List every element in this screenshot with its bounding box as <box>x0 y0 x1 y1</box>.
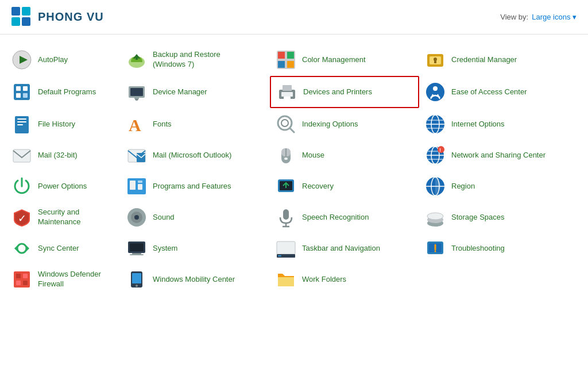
svg-rect-84 <box>130 254 144 255</box>
control-panel-grid: AutoPlayBackup and Restore (Windows 7)Co… <box>6 45 577 294</box>
cp-item-label: Credential Manager <box>451 55 517 65</box>
control-panel-item-sync-center[interactable]: Sync Center <box>6 233 121 263</box>
control-panel-item-storage-spaces[interactable]: Storage Spaces <box>419 202 580 232</box>
sync-icon <box>11 238 32 259</box>
control-panel-item-windows-mobility-center[interactable]: Windows Mobility Center <box>121 264 270 294</box>
svg-rect-3 <box>22 17 30 26</box>
control-panel-item-windows-defender-firewall[interactable]: Windows Defender Firewall <box>6 264 121 294</box>
control-panel-item-power-options[interactable]: Power Options <box>6 171 121 201</box>
devicesprinters-icon <box>277 82 297 102</box>
color-icon <box>276 49 296 70</box>
cp-item-label: Mail (32-bit) <box>38 151 78 160</box>
control-panel-item-backup-and-restore-windows-7[interactable]: Backup and Restore (Windows 7) <box>121 45 270 75</box>
control-panel-item-region[interactable]: Region <box>419 171 580 201</box>
cp-item-label: Recovery <box>302 182 334 191</box>
control-panel-item-devices-and-printers[interactable]: Devices and Printers <box>270 76 419 108</box>
firewall-icon <box>11 269 32 290</box>
easeofaccess-icon <box>425 82 446 102</box>
sound-icon <box>126 207 147 228</box>
control-panel-item-default-programs[interactable]: Default Programs <box>6 76 121 108</box>
svg-rect-82 <box>130 243 144 251</box>
control-panel-item-empty <box>419 264 580 294</box>
fonts-icon: A <box>126 114 147 135</box>
power-icon <box>11 176 32 197</box>
internetoptions-icon <box>425 114 446 135</box>
svg-rect-33 <box>17 118 26 120</box>
svg-point-91 <box>435 251 436 252</box>
svg-rect-17 <box>14 84 30 100</box>
cp-item-label: Programs and Features <box>153 182 231 191</box>
cp-item-label: System <box>153 244 177 254</box>
speech-icon <box>276 207 296 228</box>
logo-icon <box>11 7 32 28</box>
svg-point-99 <box>136 285 138 287</box>
cp-item-label: AutoPlay <box>38 55 68 65</box>
taskbar-icon <box>276 238 296 259</box>
svg-rect-93 <box>16 274 21 278</box>
mouse-icon <box>276 145 296 166</box>
svg-rect-45 <box>13 150 30 162</box>
svg-line-38 <box>290 128 294 132</box>
view-by-dropdown[interactable]: Large icons ▾ <box>532 13 577 21</box>
cp-item-label: Network and Sharing Center <box>451 151 546 160</box>
control-panel-item-color-management[interactable]: Color Management <box>270 45 419 75</box>
svg-point-31 <box>433 86 438 91</box>
cp-item-label: Default Programs <box>38 87 96 97</box>
svg-rect-27 <box>281 92 293 97</box>
control-panel-item-sound[interactable]: Sound <box>121 202 270 232</box>
troubleshooting-icon <box>425 238 446 259</box>
cp-item-label: Power Options <box>38 182 87 191</box>
control-panel-item-device-manager[interactable]: Device Manager <box>121 76 270 108</box>
control-panel-main: AutoPlayBackup and Restore (Windows 7)Co… <box>0 34 588 368</box>
svg-rect-2 <box>11 17 20 26</box>
control-panel-item-mouse[interactable]: Mouse <box>270 140 419 170</box>
control-panel-item-security-and-maintenance[interactable]: ✓Security and Maintenance <box>6 202 121 232</box>
control-panel-item-indexing-options[interactable]: Indexing Options <box>270 109 419 139</box>
recovery-icon <box>276 176 296 197</box>
cp-item-label: Sound <box>153 213 175 223</box>
control-panel-item-system[interactable]: System <box>121 233 270 263</box>
credential-icon <box>425 49 446 70</box>
control-panel-item-autoplay[interactable]: AutoPlay <box>6 45 121 75</box>
cp-item-label: Security and Maintenance <box>38 208 115 227</box>
control-panel-item-mail-microsoft-outlook[interactable]: Mail (Microsoft Outlook) <box>121 140 270 170</box>
svg-rect-1 <box>22 7 30 16</box>
control-panel-item-mail-32-bit[interactable]: Mail (32-bit) <box>6 140 121 170</box>
svg-rect-23 <box>130 88 143 96</box>
control-panel-item-taskbar-and-navigation[interactable]: Taskbar and Navigation <box>270 233 419 263</box>
svg-point-30 <box>426 83 444 101</box>
control-panel-item-internet-options[interactable]: Internet Options <box>419 109 580 139</box>
control-panel-item-file-history[interactable]: File History <box>6 109 121 139</box>
filehistory-icon <box>11 114 32 135</box>
cp-item-label: Work Folders <box>302 275 346 285</box>
control-panel-item-fonts[interactable]: AFonts <box>121 109 270 139</box>
svg-point-39 <box>281 120 288 126</box>
cp-item-label: Mail (Microsoft Outlook) <box>153 151 231 160</box>
svg-point-72 <box>134 215 139 220</box>
autoplay-icon <box>11 49 32 70</box>
control-panel-item-programs-and-features[interactable]: Programs and Features <box>121 171 270 201</box>
cp-item-label: Mouse <box>302 151 324 160</box>
svg-rect-35 <box>17 124 23 125</box>
control-panel-item-work-folders[interactable]: Work Folders <box>270 264 419 294</box>
svg-rect-28 <box>283 85 292 91</box>
programs-icon <box>126 176 147 197</box>
svg-rect-25 <box>134 97 139 99</box>
control-panel-item-recovery[interactable]: Recovery <box>270 171 419 201</box>
logo-text: PHONG VU <box>38 10 104 24</box>
cp-item-label: Internet Options <box>451 120 505 129</box>
svg-rect-29 <box>284 97 291 100</box>
svg-point-78 <box>427 213 443 220</box>
control-panel-item-troubleshooting[interactable]: Troubleshooting <box>419 233 580 263</box>
control-panel-item-ease-of-access-center[interactable]: Ease of Access Center <box>419 76 580 108</box>
svg-rect-98 <box>132 273 141 283</box>
control-panel-item-network-and-sharing-center[interactable]: !Network and Sharing Center <box>419 140 580 170</box>
svg-rect-73 <box>283 209 289 220</box>
control-panel-item-speech-recognition[interactable]: Speech Recognition <box>270 202 419 232</box>
indexing-icon <box>276 114 296 135</box>
svg-marker-80 <box>14 246 17 251</box>
control-panel-item-credential-manager[interactable]: Credential Manager <box>419 45 580 75</box>
svg-rect-85 <box>277 241 295 254</box>
svg-text:✓: ✓ <box>18 213 26 224</box>
svg-rect-51 <box>284 158 288 160</box>
